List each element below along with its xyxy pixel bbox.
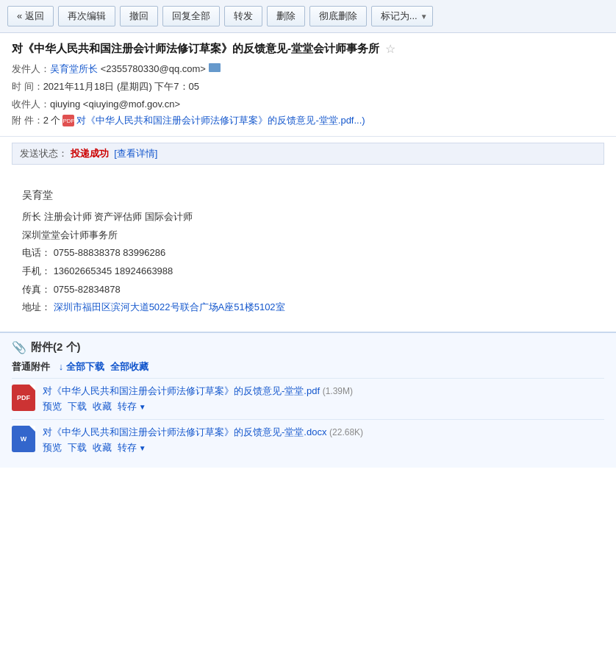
sig-phone-line: 电话： 0755-88838378 83996286 — [22, 244, 594, 262]
time-value: 2021年11月18日 (星期四) 下午7：05 — [43, 79, 199, 95]
attachment-header-row: 附 件： 2 个 PDF 对《中华人民共和国注册会计师法修订草案》的反馈意见-堂… — [12, 114, 604, 127]
sig-company-line: 深圳堂堂会计师事务所 — [22, 226, 594, 245]
time-label: 时 间： — [12, 79, 43, 95]
attachment-item-0: PDF 对《中华人民共和国注册会计师法修订草案》的反馈意见-堂堂.pdf (1.… — [12, 378, 604, 419]
save-all-link[interactable]: 全部收藏 — [110, 360, 148, 373]
permanent-delete-button[interactable]: 彻底删除 — [309, 6, 367, 26]
star-icon[interactable]: ☆ — [385, 42, 395, 56]
contact-icon[interactable] — [209, 63, 221, 72]
download-all-link[interactable]: 全部下载 — [59, 360, 104, 373]
time-row: 时 间： 2021年11月18日 (星期四) 下午7：05 — [12, 79, 604, 95]
attach-filename-1[interactable]: 对《中华人民共和国注册会计师法修订草案》的反馈意见-堂堂.docx (22.68… — [43, 426, 363, 437]
reply-all-button[interactable]: 回复全部 — [162, 6, 220, 26]
phone-label: 电话： — [22, 247, 51, 258]
title-row: 对《中华人民共和国注册会计师法修订草案》的反馈意见-堂堂会计师事务所 ☆ — [12, 42, 604, 56]
back-button[interactable]: « 返回 — [7, 6, 54, 26]
recipient-label: 收件人： — [12, 97, 50, 112]
sender-row: 发件人： 吴育堂所长 <2355780330@qq.com> — [12, 62, 604, 77]
attach-bulk-actions: 全部下载 全部收藏 — [59, 360, 148, 373]
attach-size-0: (1.39M) — [323, 386, 353, 396]
download-link-0[interactable]: 下载 — [68, 400, 87, 413]
sig-addr-line: 地址： 深圳市福田区滨河大道5022号联合广场A座51楼5102室 — [22, 299, 594, 317]
attach-filename-0[interactable]: 对《中华人民共和国注册会计师法修订草案》的反馈意见-堂堂.pdf (1.39M) — [43, 385, 353, 396]
attachment-label: 附 件： — [12, 114, 43, 127]
attachment-count: 2 个 — [43, 114, 61, 127]
save-link-0[interactable]: 收藏 — [93, 400, 112, 413]
forward-button[interactable]: 转发 — [224, 6, 262, 26]
sig-title-line: 所长 注册会计师 资产评估师 国际会计师 — [22, 208, 594, 226]
transfer-link-1[interactable]: 转存 — [118, 441, 146, 454]
preview-link-1[interactable]: 预览 — [43, 441, 62, 454]
addr-value-link[interactable]: 深圳市福田区滨河大道5022号联合广场A座51楼5102室 — [54, 301, 285, 312]
edit-again-button[interactable]: 再次编辑 — [58, 6, 115, 26]
fax-value: 0755-82834878 — [54, 284, 121, 295]
status-label: 发送状态： — [20, 148, 68, 159]
mark-dropdown-arrow: ▼ — [420, 12, 428, 21]
sender-name-link[interactable]: 吴育堂所长 — [50, 62, 98, 77]
attach-links-0: 预览 下载 收藏 转存 — [43, 400, 604, 413]
recipient-row: 收件人： qiuying <qiuying@mof.gov.cn> — [12, 97, 604, 112]
attach-size-1: (22.68K) — [329, 427, 363, 437]
status-detail-link[interactable]: [查看详情] — [114, 148, 157, 159]
status-value: 投递成功 — [71, 148, 109, 159]
attachment-item-1: W 对《中华人民共和国注册会计师法修订草案》的反馈意见-堂堂.docx (22.… — [12, 419, 604, 460]
attach-links-1: 预览 下载 收藏 转存 — [43, 441, 604, 454]
fax-label: 传真： — [22, 284, 51, 295]
attach-info-1: 对《中华人民共和国注册会计师法修订草案》的反馈意见-堂堂.docx (22.68… — [43, 426, 604, 454]
sender-email: <2355780330@qq.com> — [98, 62, 206, 77]
email-title: 对《中华人民共和国注册会计师法修订草案》的反馈意见-堂堂会计师事务所 — [12, 42, 379, 56]
mobile-value: 13602665345 18924663988 — [54, 265, 173, 276]
phone-value: 0755-88838378 83996286 — [54, 247, 166, 258]
undo-button[interactable]: 撤回 — [120, 6, 158, 26]
sender-label: 发件人： — [12, 62, 50, 77]
mark-button[interactable]: 标记为... ▼ — [371, 6, 433, 26]
mobile-label: 手机： — [22, 265, 51, 276]
preview-link-0[interactable]: 预览 — [43, 400, 62, 413]
attachment-preview-link[interactable]: 对《中华人民共和国注册会计师法修订草案》的反馈意见-堂堂.pdf...) — [76, 114, 365, 127]
delete-button[interactable]: 删除 — [267, 6, 305, 26]
attach-info-0: 对《中华人民共和国注册会计师法修订草案》的反馈意见-堂堂.pdf (1.39M)… — [43, 385, 604, 413]
addr-label: 地址： — [22, 301, 51, 312]
attachments-section: 📎 附件(2 个) 普通附件 全部下载 全部收藏 PDF 对《中华人民共和国注册… — [0, 332, 616, 468]
attachments-title: 附件(2 个) — [31, 340, 81, 354]
attach-pdf-mini-icon: PDF — [62, 115, 74, 126]
toolbar: « 返回 再次编辑 撤回 回复全部 转发 删除 彻底删除 标记为... ▼ — [0, 0, 616, 33]
sig-mobile-line: 手机： 13602665345 18924663988 — [22, 262, 594, 281]
email-header: 对《中华人民共和国注册会计师法修订草案》的反馈意见-堂堂会计师事务所 ☆ 发件人… — [0, 33, 616, 137]
sig-name: 吴育堂 — [22, 185, 594, 205]
status-bar: 发送状态： 投递成功 [查看详情] — [12, 143, 604, 165]
save-link-1[interactable]: 收藏 — [93, 441, 112, 454]
pdf-icon-0: PDF — [12, 385, 35, 411]
recipient-value: qiuying <qiuying@mof.gov.cn> — [50, 97, 180, 112]
clip-icon: 📎 — [12, 340, 26, 354]
transfer-link-0[interactable]: 转存 — [118, 400, 146, 413]
docx-icon-1: W — [12, 426, 35, 452]
attach-type-label: 普通附件 — [12, 361, 50, 372]
email-body: 吴育堂 所长 注册会计师 资产评估师 国际会计师 深圳堂堂会计师事务所 电话： … — [0, 171, 616, 332]
sig-fax-line: 传真： 0755-82834878 — [22, 281, 594, 299]
attachments-header: 📎 附件(2 个) — [12, 340, 604, 354]
attach-type-row: 普通附件 全部下载 全部收藏 — [12, 360, 604, 373]
download-link-1[interactable]: 下载 — [68, 441, 87, 454]
